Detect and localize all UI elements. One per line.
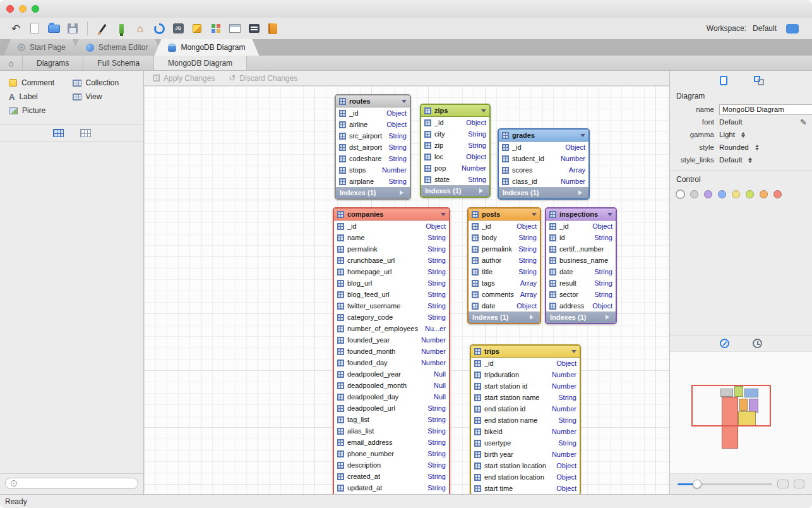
color-swatch[interactable] xyxy=(732,190,740,198)
field-row[interactable]: nameString xyxy=(334,232,449,243)
open-folder-button[interactable] xyxy=(44,20,63,37)
color-swatch[interactable] xyxy=(690,190,698,198)
indexes-row[interactable]: Indexes (1) xyxy=(421,185,489,197)
field-row[interactable]: idString xyxy=(546,232,616,243)
collapse-triangle-icon[interactable] xyxy=(607,213,612,219)
field-row[interactable]: student_idNumber xyxy=(499,153,588,164)
js-button[interactable]: JS xyxy=(169,20,188,37)
marker-button[interactable] xyxy=(112,20,131,37)
search-box[interactable] xyxy=(5,478,138,489)
color-swatch[interactable] xyxy=(704,190,712,198)
field-row[interactable]: alias_listString xyxy=(334,425,449,437)
entity-header[interactable]: companies xyxy=(334,209,449,221)
feedback-button[interactable] xyxy=(783,20,802,37)
field-row[interactable]: start station nameString xyxy=(471,392,580,403)
diagram-canvas[interactable]: routes_idObjectairlineObjectsrc_airportS… xyxy=(144,86,669,494)
collapse-triangle-icon[interactable] xyxy=(441,213,446,219)
field-row[interactable]: cityString xyxy=(421,128,489,140)
field-row[interactable]: birth yearNumber xyxy=(471,449,580,460)
field-row[interactable]: class_idNumber xyxy=(499,176,588,187)
tab-start-page[interactable]: Start Page xyxy=(4,39,80,56)
entity-header[interactable]: zips xyxy=(421,105,489,117)
field-row[interactable]: airplaneString xyxy=(336,176,410,187)
entity-inspections[interactable]: inspections_idObjectidStringcertif...num… xyxy=(545,207,617,324)
field-row[interactable]: src_airportString xyxy=(336,130,410,142)
workspace-value[interactable]: Default xyxy=(753,24,777,33)
field-row[interactable]: dateObject xyxy=(469,300,540,311)
history-button[interactable] xyxy=(748,335,767,353)
field-row[interactable]: crunchbase_urlString xyxy=(334,255,449,266)
discard-changes-button[interactable]: ↺ Discard Changes xyxy=(229,73,297,83)
field-row[interactable]: phone_numberString xyxy=(334,448,449,459)
field-row[interactable]: blog_urlString xyxy=(334,277,449,289)
table-view-icon[interactable] xyxy=(53,129,64,137)
orgchart-button[interactable] xyxy=(206,20,225,37)
entity-header[interactable]: trips xyxy=(471,346,580,358)
zoom-button[interactable] xyxy=(32,5,39,13)
minimap[interactable] xyxy=(670,351,812,474)
field-row[interactable]: category_codeString xyxy=(334,311,449,323)
color-swatch[interactable] xyxy=(746,190,754,198)
field-row[interactable]: twitter_usernameString xyxy=(334,300,449,311)
tab-mongodb-diagram[interactable]: MongoDB Diagram xyxy=(154,39,259,56)
zoom-fit-button[interactable] xyxy=(777,480,789,488)
entity-companies[interactable]: companies_idObjectnameStringpermalinkStr… xyxy=(333,207,450,494)
palette-item-collection[interactable]: Collection xyxy=(73,78,135,87)
entity-header[interactable]: inspections xyxy=(546,209,616,221)
gamma-select[interactable]: Light xyxy=(719,131,735,138)
font-value[interactable]: Default xyxy=(719,118,742,126)
entity-routes[interactable]: routes_idObjectairlineObjectsrc_airportS… xyxy=(335,94,411,200)
field-row[interactable]: founded_monthNumber xyxy=(334,346,449,357)
stepper-icon[interactable] xyxy=(748,155,752,165)
structure-tab[interactable] xyxy=(749,71,768,89)
collapse-triangle-icon[interactable] xyxy=(481,109,486,115)
style-select[interactable]: Rounded xyxy=(719,143,749,151)
tab-schema-editor[interactable]: Schema Editor xyxy=(72,39,162,56)
minimize-button[interactable] xyxy=(19,5,27,13)
field-row[interactable]: sectorString xyxy=(546,289,616,300)
navigator-button[interactable] xyxy=(715,335,734,353)
palette-item-comment[interactable]: Comment xyxy=(9,78,71,87)
field-row[interactable]: zipString xyxy=(421,140,489,151)
field-row[interactable]: tripdurationNumber xyxy=(471,369,580,380)
collapse-triangle-icon[interactable] xyxy=(580,134,585,140)
field-row[interactable]: permalinkString xyxy=(469,243,540,255)
field-row[interactable]: overviewString xyxy=(334,493,449,494)
notebook-button[interactable] xyxy=(263,20,282,37)
color-swatch[interactable] xyxy=(718,190,726,198)
field-row[interactable]: codeshareString xyxy=(336,153,410,164)
entity-header[interactable]: routes xyxy=(336,95,410,107)
zoom-slider-knob[interactable] xyxy=(693,480,702,488)
window-button[interactable] xyxy=(225,20,244,37)
field-row[interactable]: founded_yearNumber xyxy=(334,334,449,346)
field-row[interactable]: locObject xyxy=(421,151,489,162)
apply-changes-button[interactable]: Apply Changes xyxy=(153,74,215,83)
home-button[interactable]: ⌂ xyxy=(131,20,150,37)
field-row[interactable]: scoresArray xyxy=(499,164,588,176)
field-row[interactable]: _idObject xyxy=(421,117,489,128)
palette-item-picture[interactable]: Picture xyxy=(9,106,71,115)
field-row[interactable]: usertypeString xyxy=(471,437,580,449)
minimap-viewport[interactable] xyxy=(691,385,771,426)
undo-button[interactable]: ↶ xyxy=(6,20,25,37)
field-row[interactable]: start station idNumber xyxy=(471,380,580,392)
field-row[interactable]: deadpooled_dayNull xyxy=(334,391,449,402)
entity-zips[interactable]: zips_idObjectcityStringzipStringlocObjec… xyxy=(420,104,491,198)
close-button[interactable] xyxy=(6,5,14,13)
entity-grades[interactable]: grades_idObjectstudent_idNumberscoresArr… xyxy=(498,128,590,200)
search-input[interactable] xyxy=(21,480,133,487)
field-row[interactable]: created_atString xyxy=(334,471,449,482)
field-row[interactable]: popNumber xyxy=(421,162,489,174)
field-row[interactable]: dst_airportString xyxy=(336,142,410,153)
field-row[interactable]: airlineObject xyxy=(336,119,410,130)
field-row[interactable]: _idObject xyxy=(471,358,580,369)
field-row[interactable]: _idObject xyxy=(546,221,616,232)
color-swatch[interactable] xyxy=(676,190,684,198)
color-swatch[interactable] xyxy=(773,190,782,198)
field-row[interactable]: _idObject xyxy=(469,221,540,232)
edit-font-icon[interactable]: ✎ xyxy=(800,118,807,127)
field-row[interactable]: end station nameString xyxy=(471,414,580,426)
field-row[interactable]: stopsNumber xyxy=(336,164,410,176)
field-row[interactable]: permalinkString xyxy=(334,243,449,255)
nav-home-button[interactable]: ⌂ xyxy=(0,56,23,70)
